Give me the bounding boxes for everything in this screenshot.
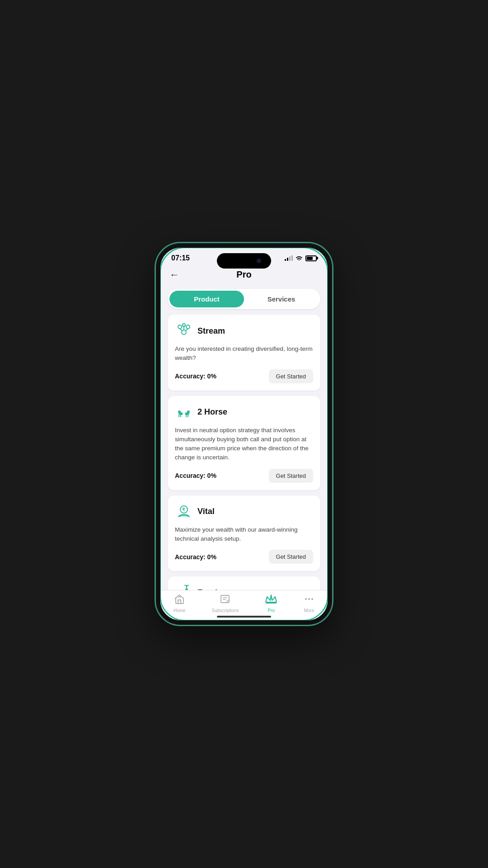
back-button[interactable]: ← xyxy=(169,269,179,281)
status-time: 07:15 xyxy=(171,254,190,262)
vital-description: Maximize your wealth with our award-winn… xyxy=(175,525,313,544)
svg-point-30 xyxy=(305,598,307,600)
tab-services[interactable]: Services xyxy=(244,291,319,307)
stream-icon xyxy=(175,322,193,340)
home-icon xyxy=(174,594,185,607)
subscriptions-icon xyxy=(220,594,230,607)
battery-icon xyxy=(305,255,317,261)
svg-point-8 xyxy=(178,410,181,413)
bottom-tab-home[interactable]: Home xyxy=(174,594,186,613)
header-title: Pro xyxy=(236,269,251,280)
horse-title: 2 Horse xyxy=(197,407,227,417)
svg-point-0 xyxy=(182,330,186,335)
card-header-stream: Stream xyxy=(175,322,313,340)
card-header-2horse: 2 Horse xyxy=(175,403,313,421)
header: ← Pro xyxy=(160,266,328,285)
pro-tab-label: Pro xyxy=(267,608,275,613)
svg-rect-29 xyxy=(266,602,277,604)
svg-line-5 xyxy=(180,329,182,330)
bottom-tab-subscriptions[interactable]: Subscriptions xyxy=(211,594,239,613)
home-indicator xyxy=(217,616,271,618)
horse-footer: Accuracy: 0% Get Started xyxy=(175,469,313,483)
app-content: ← Pro Product Services xyxy=(160,266,328,612)
status-icons xyxy=(285,255,317,262)
svg-point-2 xyxy=(186,325,190,329)
tab-product[interactable]: Product xyxy=(169,291,244,307)
horse-get-started-button[interactable]: Get Started xyxy=(269,469,313,483)
stream-description: Are you interested in creating diversifi… xyxy=(175,344,313,363)
svg-point-3 xyxy=(183,324,185,326)
more-tab-label: More xyxy=(304,608,314,613)
dynamic-island xyxy=(217,253,271,269)
pro-crown-icon xyxy=(265,594,277,607)
svg-rect-9 xyxy=(178,415,179,417)
svg-line-6 xyxy=(186,329,188,330)
vital-accuracy: Accuracy: 0% xyxy=(175,553,216,561)
svg-text:₹: ₹ xyxy=(182,507,185,512)
wifi-icon xyxy=(296,255,303,262)
stream-title: Stream xyxy=(197,326,225,336)
vital-icon: ₹ xyxy=(175,503,193,521)
horse-icon xyxy=(175,403,193,421)
svg-rect-10 xyxy=(180,415,181,417)
vital-get-started-button[interactable]: Get Started xyxy=(269,550,313,564)
stream-footer: Accuracy: 0% Get Started xyxy=(175,369,313,383)
product-card-2horse: 2 Horse Invest in neutral option strateg… xyxy=(168,396,320,490)
signal-icon xyxy=(285,255,293,261)
stream-accuracy: Accuracy: 0% xyxy=(175,373,216,380)
product-card-vital: ₹ Vital Maximize your wealth with our aw… xyxy=(168,495,320,571)
home-tab-label: Home xyxy=(174,608,186,613)
horse-description: Invest in neutral option strategy that i… xyxy=(175,426,313,462)
svg-point-1 xyxy=(178,325,182,329)
svg-point-31 xyxy=(308,598,310,600)
cards-container: Stream Are you interested in creating di… xyxy=(160,315,328,612)
subscriptions-tab-label: Subscriptions xyxy=(211,608,239,613)
svg-point-13 xyxy=(187,410,190,413)
phone-frame: 07:15 ← Pro Pro xyxy=(156,243,332,625)
card-header-vital: ₹ Vital xyxy=(175,503,313,521)
svg-rect-11 xyxy=(182,414,183,414)
product-card-stream: Stream Are you interested in creating di… xyxy=(168,315,320,391)
bottom-tab-pro[interactable]: Pro xyxy=(265,594,277,613)
vital-footer: Accuracy: 0% Get Started xyxy=(175,550,313,564)
svg-rect-14 xyxy=(186,415,187,417)
stream-get-started-button[interactable]: Get Started xyxy=(269,369,313,383)
bottom-tab-more[interactable]: More xyxy=(304,594,314,613)
svg-rect-15 xyxy=(188,415,188,417)
svg-rect-16 xyxy=(185,414,186,414)
vital-title: Vital xyxy=(197,507,215,516)
horse-accuracy: Accuracy: 0% xyxy=(175,472,216,479)
tab-switcher: Product Services xyxy=(168,289,320,309)
more-icon xyxy=(304,594,314,607)
svg-point-32 xyxy=(311,598,313,600)
